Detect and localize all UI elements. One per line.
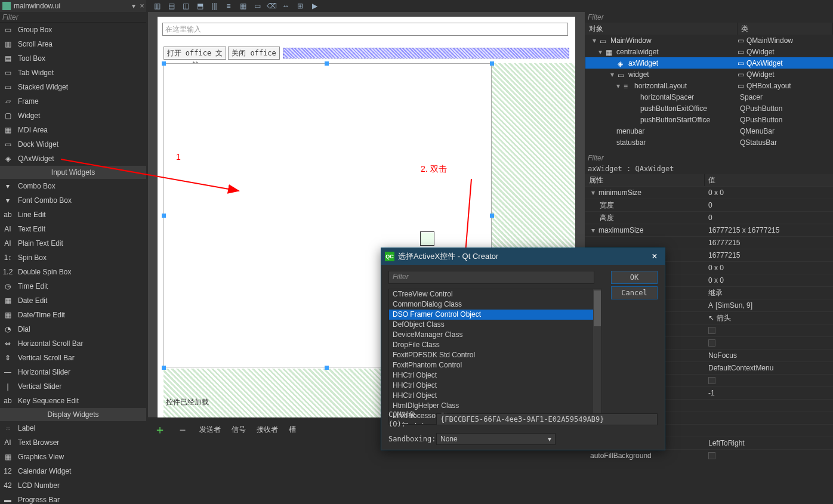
widgetbox-item[interactable]: |Vertical Slider xyxy=(0,379,146,394)
sandboxing-select[interactable]: None ▾ xyxy=(436,433,556,445)
object-tree-row[interactable]: pushButtonStartOfficeQPushButton xyxy=(585,114,833,125)
object-tree-row[interactable]: ▾▭widget▭QWidget xyxy=(585,69,833,80)
widgetbox-item[interactable]: AIPlain Text Edit xyxy=(0,236,146,251)
widgetbox-item[interactable]: ▭Tab Widget xyxy=(0,66,146,80)
object-tree-row[interactable]: horizontalSpacerSpacer xyxy=(585,91,833,103)
cancel-button[interactable]: Cancel xyxy=(611,286,658,299)
widgetbox-filter[interactable]: Filter xyxy=(0,12,146,23)
widgetbox-item[interactable]: ▥Scroll Area xyxy=(0,37,146,51)
activex-list-item[interactable]: DeviceManager Class xyxy=(389,330,601,340)
adjust-icon[interactable]: ↔ xyxy=(281,1,291,11)
selection-handle[interactable] xyxy=(162,214,166,218)
property-filter[interactable]: Filter xyxy=(585,153,833,163)
widgetbox-item[interactable]: ▬Progress Bar xyxy=(0,493,146,504)
selection-handle[interactable] xyxy=(490,214,494,218)
activex-control-list[interactable]: CTreeView ControlCommonDialog ClassDSO F… xyxy=(388,289,602,425)
tree-expander-icon[interactable]: ▾ xyxy=(615,82,621,90)
property-row[interactable]: 高度0 xyxy=(585,211,833,224)
close-office-button[interactable]: 关闭 office xyxy=(228,47,280,60)
activex-list-item[interactable]: FoxitPDFSDK Std Control xyxy=(389,350,601,360)
widgetbox-item[interactable]: ▭Group Box xyxy=(0,23,146,37)
widgetbox-item[interactable]: AIText Browser xyxy=(0,435,146,450)
widgetbox-item[interactable]: ▾Combo Box xyxy=(0,179,146,193)
line-edit-preview[interactable]: 在这里输入 xyxy=(162,23,568,36)
widgetbox-item[interactable]: ▤Tool Box xyxy=(0,51,146,66)
scrollbar-thumb[interactable] xyxy=(594,290,601,326)
file-tab[interactable]: mainwindow.ui xyxy=(2,2,129,10)
prop-expander-icon[interactable]: ▾ xyxy=(590,188,596,197)
icons-icon[interactable]: ⊞ xyxy=(295,1,305,11)
tab-close-icon[interactable]: × xyxy=(138,2,146,10)
activex-list-item[interactable]: HHCtrl Object xyxy=(389,381,601,391)
widgetbox-item[interactable]: ▦Date/Time Edit xyxy=(0,308,146,322)
activex-list-item[interactable]: DSO Framer Control Object xyxy=(389,310,601,320)
v-lines-icon[interactable]: ||| xyxy=(209,1,219,11)
tree-head-object[interactable]: 对象 xyxy=(585,23,738,35)
dialog-titlebar[interactable]: QC 选择ActiveX控件 - Qt Creator × xyxy=(381,248,665,265)
object-tree-row[interactable]: ▾≡horizontalLayout▭QHBoxLayout xyxy=(585,80,833,91)
widgetbox-item[interactable]: —Horizontal Slider xyxy=(0,365,146,379)
tree-head-class[interactable]: 类 xyxy=(738,23,833,35)
tree-expander-icon[interactable]: ▾ xyxy=(597,48,603,56)
object-tree-row[interactable]: menubarQMenuBar xyxy=(585,125,833,137)
object-tree-filter[interactable]: Filter xyxy=(585,12,833,23)
form-icon[interactable]: ▭ xyxy=(252,1,262,11)
widgetbox-item[interactable]: ▱Frame xyxy=(0,94,146,109)
tree-expander-icon[interactable]: ▾ xyxy=(609,70,615,79)
widgetbox-item[interactable]: ⎓Label xyxy=(0,421,146,435)
break-icon[interactable]: ⌫ xyxy=(267,1,276,11)
widgetbox-item[interactable]: ▢Widget xyxy=(0,109,146,123)
activex-list-item[interactable]: HHCtrl Object xyxy=(389,370,601,381)
object-tree-row[interactable]: statusbarQStatusBar xyxy=(585,137,833,148)
selection-handle[interactable] xyxy=(325,366,329,370)
activex-list-item[interactable]: CTreeView Control xyxy=(389,289,601,299)
widgetbox-category[interactable]: Input Widgets xyxy=(0,166,146,179)
object-tree[interactable]: ▾▭MainWindow▭QMainWindow▾▦centralwidget▭… xyxy=(585,35,833,148)
object-tree-row[interactable]: ▾▦centralwidget▭QWidget xyxy=(585,46,833,57)
activex-list-item[interactable]: FoxitPhantom Control xyxy=(389,360,601,370)
tree-expander-icon[interactable]: ▾ xyxy=(591,36,597,45)
widgetbox-item[interactable]: ▭Dock Widget xyxy=(0,137,146,151)
grid-icon[interactable]: ▦ xyxy=(238,1,248,11)
widgetbox-item[interactable]: 42LCD Number xyxy=(0,478,146,493)
dialog-close-icon[interactable]: × xyxy=(648,251,661,262)
prop-head-value[interactable]: 值 xyxy=(705,174,833,186)
selection-handle[interactable] xyxy=(325,61,329,66)
preview-icon[interactable]: ▶ xyxy=(310,1,319,11)
widgetbox-item[interactable]: ▭Stacked Widget xyxy=(0,80,146,94)
open-office-button[interactable]: 打开 office 文档 xyxy=(163,47,226,60)
layout-v-icon[interactable]: ▤ xyxy=(166,1,176,11)
widgetbox-item[interactable]: ◷Time Edit xyxy=(0,279,146,293)
dialog-scrollbar[interactable] xyxy=(593,289,601,424)
activex-list-item[interactable]: CommonDialog Class xyxy=(389,299,601,310)
property-row[interactable]: ▾maximumSize16777215 x 16777215 xyxy=(585,224,833,236)
widgetbox-item[interactable]: ⇕Vertical Scroll Bar xyxy=(0,351,146,365)
widgetbox-item[interactable]: ▦Graphics View xyxy=(0,450,146,464)
widgetbox-item[interactable]: abLine Edit xyxy=(0,208,146,222)
tab-split-icon[interactable]: ▾ xyxy=(129,2,138,10)
property-row[interactable]: ▾minimumSize0 x 0 xyxy=(585,186,833,199)
selection-handle[interactable] xyxy=(162,61,166,66)
layout-h-icon[interactable]: ▥ xyxy=(152,1,162,11)
prop-head-name[interactable]: 属性 xyxy=(585,174,705,186)
selection-handle[interactable] xyxy=(490,61,494,66)
property-row[interactable]: 16777215 xyxy=(585,236,833,249)
widgetbox-item[interactable]: ▦Date Edit xyxy=(0,293,146,308)
add-signal-button[interactable]: ＋ xyxy=(154,422,166,438)
property-row[interactable]: 宽度0 xyxy=(585,199,833,211)
activex-list-item[interactable]: DropFile Class xyxy=(389,340,601,350)
widgetbox-item[interactable]: 1↕Spin Box xyxy=(0,251,146,265)
selection-handle[interactable] xyxy=(162,366,166,370)
widgetbox-item[interactable]: AIText Edit xyxy=(0,222,146,236)
activex-list-item[interactable]: DefObject Class xyxy=(389,320,601,330)
widgetbox-item[interactable]: 12Calendar Widget xyxy=(0,464,146,478)
remove-signal-button[interactable]: － xyxy=(177,422,189,438)
layout-split-v-icon[interactable]: ⬒ xyxy=(195,1,205,11)
horizontal-spacer-preview[interactable] xyxy=(283,48,569,58)
widgetbox-item[interactable]: ▦MDI Area xyxy=(0,123,146,137)
dialog-filter-input[interactable]: Filter xyxy=(388,271,594,284)
object-tree-row[interactable]: pushButtonExitOfficeQPushButton xyxy=(585,103,833,114)
widgetbox-item[interactable]: 1.2Double Spin Box xyxy=(0,265,146,279)
widgetbox-item[interactable]: ⇔Horizontal Scroll Bar xyxy=(0,336,146,351)
activex-list-item[interactable]: HHCtrl Object xyxy=(389,391,601,401)
